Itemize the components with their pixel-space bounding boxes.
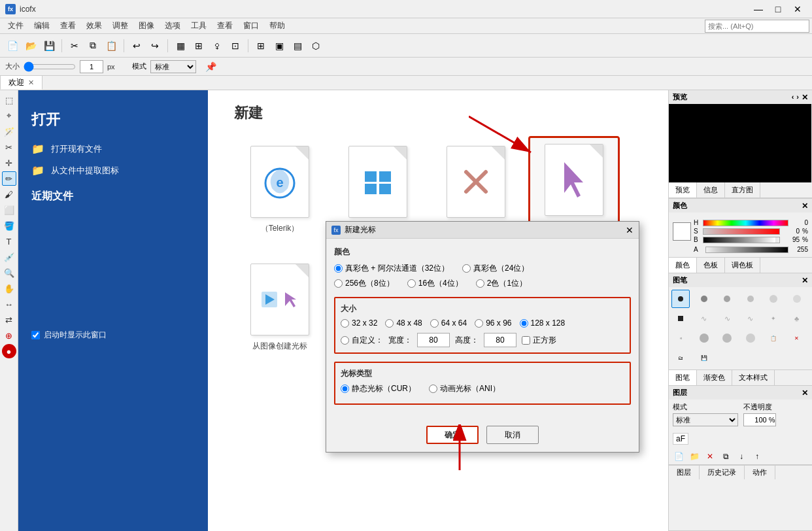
color-16[interactable]: 16色（4位） — [407, 278, 463, 289]
tool-zoom[interactable]: 🔍 — [2, 266, 16, 280]
brush-9[interactable]: ∿ — [718, 309, 736, 328]
tab-info[interactable]: 信息 — [697, 182, 725, 197]
tab-gradient[interactable]: 渐变色 — [697, 370, 732, 385]
brush-10[interactable]: ∿ — [741, 309, 760, 328]
size-slider[interactable] — [24, 61, 76, 72]
brush-6[interactable] — [788, 290, 806, 308]
menu-image[interactable]: 图像 — [133, 19, 160, 33]
size-input[interactable] — [80, 60, 103, 73]
tool-text[interactable]: T — [2, 234, 16, 248]
color-256[interactable]: 256色（8位） — [334, 278, 394, 289]
tool-magic[interactable]: 🪄 — [2, 124, 16, 139]
tool-brush[interactable]: 🖌 — [2, 187, 16, 201]
layer-delete-btn[interactable]: ✕ — [703, 450, 717, 463]
new-button[interactable]: 📄 — [4, 37, 21, 54]
tab-colors[interactable]: 颜色 — [669, 258, 697, 273]
brush-8[interactable]: ∿ — [695, 309, 713, 328]
tool-circle[interactable]: ● — [2, 344, 16, 358]
checker-button[interactable]: ▣ — [271, 37, 288, 54]
size-96[interactable]: 96 x 96 — [475, 318, 511, 328]
brush-11[interactable]: ✦ — [764, 309, 783, 328]
menu-window[interactable]: 窗口 — [238, 19, 264, 33]
tab-close[interactable]: ✕ — [28, 78, 34, 87]
brush-3[interactable] — [718, 290, 736, 308]
size-128[interactable]: 128 x 128 — [520, 318, 566, 328]
tab-text-style[interactable]: 文本样式 — [732, 370, 775, 385]
tool-move[interactable]: ✛ — [2, 156, 16, 170]
next-button[interactable]: › — [796, 93, 799, 102]
cursor-static[interactable]: 静态光标（CUR） — [341, 383, 416, 394]
size-custom[interactable]: 自定义： — [341, 335, 383, 346]
stack-icon[interactable]: ⬡ — [307, 37, 324, 54]
menu-view1[interactable]: 查看 — [55, 19, 81, 33]
tb-btn-6[interactable]: ⊞ — [190, 37, 207, 54]
size-32[interactable]: 32 x 32 — [341, 318, 377, 328]
height-input[interactable] — [484, 333, 516, 347]
tab-history[interactable]: 历史记录 — [700, 466, 745, 479]
tool-eraser[interactable]: ⬜ — [2, 203, 16, 217]
tb-btn-8[interactable]: ⊡ — [227, 37, 244, 54]
color-swatch-fg[interactable] — [673, 222, 691, 241]
pin-button[interactable]: 📌 — [203, 58, 220, 75]
tool-hotspot[interactable]: ⊕ — [2, 328, 16, 343]
tab-actions[interactable]: 动作 — [745, 466, 775, 479]
layer-add-btn[interactable]: 📄 — [671, 450, 686, 463]
brush-5[interactable] — [764, 290, 783, 308]
menu-options[interactable]: 选项 — [160, 19, 186, 33]
brush-2[interactable] — [695, 290, 713, 308]
mode-select[interactable]: 标准 正片叠底 叠加 — [150, 60, 196, 73]
extract-icon[interactable]: 📁 从文件中提取图标 — [31, 164, 195, 177]
undo-button[interactable]: ↩ — [128, 37, 145, 54]
prev-button[interactable]: ‹ — [792, 93, 794, 102]
dialog-cancel-button[interactable]: 取消 — [486, 426, 539, 444]
tab-palette[interactable]: 调色板 — [725, 258, 760, 273]
open-existing[interactable]: 📁 打开现有文件 — [31, 143, 195, 155]
size-48[interactable]: 48 x 48 — [385, 318, 422, 328]
save-button[interactable]: 💾 — [41, 37, 58, 54]
tool-lasso[interactable]: ⌖ — [2, 109, 16, 123]
layer-close[interactable]: ✕ — [802, 388, 808, 398]
brush-close[interactable]: ✕ — [802, 276, 808, 285]
layer-mode-select[interactable]: 标准 — [673, 413, 738, 426]
layer-up-btn[interactable]: ↑ — [750, 450, 764, 463]
brush-toolbar-3[interactable]: 🗂 — [671, 349, 690, 367]
brush-toolbar-4[interactable]: 💾 — [695, 349, 713, 367]
menu-file[interactable]: 文件 — [3, 19, 29, 33]
menu-adjust[interactable]: 调整 — [107, 19, 133, 33]
tool-pencil[interactable]: ✏ — [2, 171, 16, 186]
tool-eyedrop[interactable]: 💉 — [2, 250, 16, 264]
card-img-cursor[interactable]: 从图像创建光标 — [234, 254, 326, 358]
paste-button[interactable]: 📋 — [103, 37, 120, 54]
brush-14[interactable] — [695, 329, 713, 347]
copy-button[interactable]: ⧉ — [84, 37, 101, 54]
tool-arrow[interactable]: ↔ — [2, 297, 16, 311]
grid-button[interactable]: ⊞ — [252, 37, 269, 54]
brush-toolbar-1[interactable]: 📋 — [764, 329, 783, 347]
tab-histogram[interactable]: 直方图 — [725, 182, 760, 197]
color-truecolor[interactable]: 真彩色（24位） — [462, 263, 529, 274]
tab-welcome[interactable]: 欢迎 ✕ — [0, 75, 42, 90]
menu-effects[interactable]: 效果 — [81, 19, 107, 33]
dialog-close-button[interactable]: ✕ — [626, 225, 634, 235]
tool-select[interactable]: ⬚ — [2, 93, 16, 107]
card-telerik[interactable]: e （Telerik） — [234, 136, 326, 241]
search-input[interactable] — [705, 20, 809, 33]
tool-fill[interactable]: 🪣 — [2, 218, 16, 233]
menu-edit[interactable]: 编辑 — [29, 19, 55, 33]
layer-opacity-input[interactable] — [743, 413, 776, 426]
close-button[interactable]: ✕ — [788, 3, 807, 16]
brush-13[interactable]: ⁌ — [671, 329, 690, 347]
tab-swatches[interactable]: 色板 — [697, 258, 725, 273]
cut-button[interactable]: ✂ — [66, 37, 83, 54]
layer-copy-btn[interactable]: ⧉ — [719, 450, 733, 463]
menu-tools[interactable]: 工具 — [186, 19, 212, 33]
layer-down-btn[interactable]: ↓ — [734, 450, 749, 463]
open-button[interactable]: 📂 — [22, 37, 39, 54]
layer-folder-btn[interactable]: 📁 — [687, 450, 702, 463]
tab-preview[interactable]: 预览 — [669, 182, 697, 197]
color-truecolor-alpha[interactable]: 真彩色 + 阿尔法通道（32位） — [334, 263, 449, 274]
minimize-button[interactable]: — — [749, 3, 768, 16]
startup-checkbox[interactable] — [31, 331, 40, 339]
tool-crop[interactable]: ✂ — [2, 140, 16, 154]
pixel-button[interactable]: ▤ — [289, 37, 306, 54]
